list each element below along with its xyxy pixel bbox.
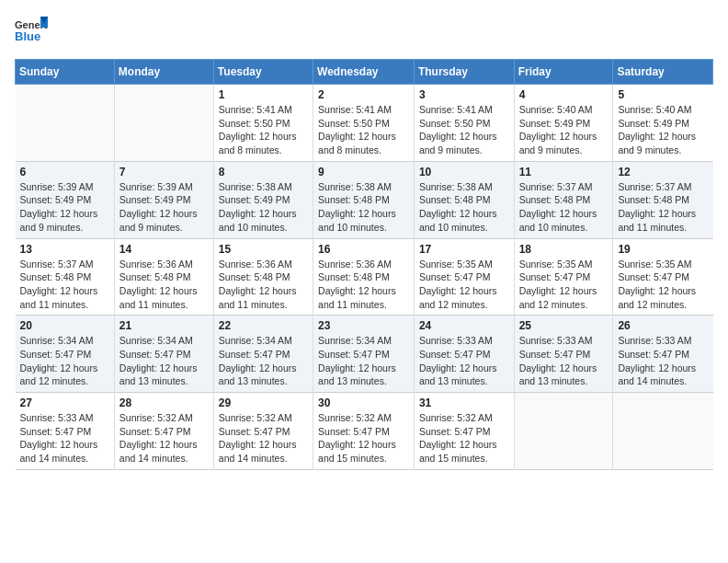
day-info: Sunrise: 5:41 AM Sunset: 5:50 PM Dayligh… — [419, 103, 509, 157]
header-row: SundayMondayTuesdayWednesdayThursdayFrid… — [16, 60, 713, 85]
day-cell: 1Sunrise: 5:41 AM Sunset: 5:50 PM Daylig… — [213, 85, 313, 162]
day-info: Sunrise: 5:36 AM Sunset: 5:48 PM Dayligh… — [318, 258, 409, 312]
day-info: Sunrise: 5:40 AM Sunset: 5:49 PM Dayligh… — [519, 103, 609, 157]
header-wednesday: Wednesday — [313, 60, 415, 85]
day-info: Sunrise: 5:35 AM Sunset: 5:47 PM Dayligh… — [618, 258, 708, 312]
page-header: General Blue — [15, 15, 713, 48]
day-cell: 26Sunrise: 5:33 AM Sunset: 5:47 PM Dayli… — [613, 316, 713, 393]
day-info: Sunrise: 5:41 AM Sunset: 5:50 PM Dayligh… — [318, 103, 409, 157]
logo-svg: General Blue — [15, 15, 48, 48]
day-info: Sunrise: 5:39 AM Sunset: 5:49 PM Dayligh… — [119, 180, 209, 235]
day-info: Sunrise: 5:41 AM Sunset: 5:50 PM Dayligh… — [219, 103, 308, 157]
week-row-1: 6Sunrise: 5:39 AM Sunset: 5:49 PM Daylig… — [16, 161, 713, 238]
day-info: Sunrise: 5:33 AM Sunset: 5:47 PM Dayligh… — [20, 411, 109, 465]
day-number: 26 — [618, 319, 708, 332]
day-number: 9 — [318, 166, 409, 178]
day-number: 4 — [519, 88, 609, 101]
day-info: Sunrise: 5:36 AM Sunset: 5:48 PM Dayligh… — [219, 258, 308, 312]
day-cell: 5Sunrise: 5:40 AM Sunset: 5:49 PM Daylig… — [613, 85, 713, 162]
day-info: Sunrise: 5:32 AM Sunset: 5:47 PM Dayligh… — [419, 411, 509, 465]
day-info: Sunrise: 5:38 AM Sunset: 5:49 PM Dayligh… — [219, 180, 308, 235]
day-cell: 6Sunrise: 5:39 AM Sunset: 5:49 PM Daylig… — [16, 161, 115, 238]
day-info: Sunrise: 5:32 AM Sunset: 5:47 PM Dayligh… — [119, 411, 209, 465]
header-tuesday: Tuesday — [213, 60, 313, 85]
week-row-2: 13Sunrise: 5:37 AM Sunset: 5:48 PM Dayli… — [16, 238, 713, 316]
day-number: 2 — [318, 88, 409, 101]
week-row-4: 27Sunrise: 5:33 AM Sunset: 5:47 PM Dayli… — [16, 393, 713, 470]
day-number: 27 — [20, 396, 109, 409]
header-saturday: Saturday — [613, 60, 713, 85]
day-info: Sunrise: 5:34 AM Sunset: 5:47 PM Dayligh… — [20, 334, 109, 388]
day-number: 21 — [119, 319, 209, 332]
day-cell: 4Sunrise: 5:40 AM Sunset: 5:49 PM Daylig… — [514, 85, 613, 162]
day-info: Sunrise: 5:34 AM Sunset: 5:47 PM Dayligh… — [219, 334, 308, 388]
header-thursday: Thursday — [414, 60, 514, 85]
day-cell: 2Sunrise: 5:41 AM Sunset: 5:50 PM Daylig… — [313, 85, 415, 162]
day-cell — [16, 85, 115, 162]
day-cell: 3Sunrise: 5:41 AM Sunset: 5:50 PM Daylig… — [414, 85, 514, 162]
day-number: 1 — [219, 88, 308, 101]
week-row-3: 20Sunrise: 5:34 AM Sunset: 5:47 PM Dayli… — [16, 316, 713, 393]
day-cell: 7Sunrise: 5:39 AM Sunset: 5:49 PM Daylig… — [114, 161, 213, 238]
day-number: 10 — [419, 166, 509, 178]
day-cell — [613, 393, 713, 470]
day-number: 24 — [419, 319, 509, 332]
day-info: Sunrise: 5:39 AM Sunset: 5:49 PM Dayligh… — [20, 180, 109, 235]
day-info: Sunrise: 5:35 AM Sunset: 5:47 PM Dayligh… — [519, 258, 609, 312]
logo: General Blue — [15, 15, 48, 48]
day-number: 31 — [419, 396, 509, 409]
day-number: 12 — [618, 166, 708, 178]
day-number: 15 — [219, 243, 308, 256]
day-number: 19 — [618, 243, 708, 256]
day-info: Sunrise: 5:33 AM Sunset: 5:47 PM Dayligh… — [618, 334, 708, 388]
day-cell: 27Sunrise: 5:33 AM Sunset: 5:47 PM Dayli… — [16, 393, 115, 470]
day-number: 29 — [219, 396, 308, 409]
day-number: 5 — [618, 88, 708, 101]
day-cell: 25Sunrise: 5:33 AM Sunset: 5:47 PM Dayli… — [514, 316, 613, 393]
day-number: 22 — [219, 319, 308, 332]
day-cell — [114, 85, 213, 162]
day-info: Sunrise: 5:36 AM Sunset: 5:48 PM Dayligh… — [119, 258, 209, 312]
day-cell: 9Sunrise: 5:38 AM Sunset: 5:48 PM Daylig… — [313, 161, 415, 238]
day-number: 8 — [219, 166, 308, 178]
day-cell: 20Sunrise: 5:34 AM Sunset: 5:47 PM Dayli… — [16, 316, 115, 393]
day-number: 18 — [519, 243, 609, 256]
day-number: 11 — [519, 166, 609, 178]
day-cell: 13Sunrise: 5:37 AM Sunset: 5:48 PM Dayli… — [16, 238, 115, 316]
day-number: 6 — [20, 166, 109, 178]
logo-container: General Blue — [15, 15, 48, 48]
day-cell: 15Sunrise: 5:36 AM Sunset: 5:48 PM Dayli… — [213, 238, 313, 316]
day-info: Sunrise: 5:34 AM Sunset: 5:47 PM Dayligh… — [119, 334, 209, 388]
day-cell — [514, 393, 613, 470]
day-cell: 31Sunrise: 5:32 AM Sunset: 5:47 PM Dayli… — [414, 393, 514, 470]
day-cell: 22Sunrise: 5:34 AM Sunset: 5:47 PM Dayli… — [213, 316, 313, 393]
day-cell: 10Sunrise: 5:38 AM Sunset: 5:48 PM Dayli… — [414, 161, 514, 238]
day-cell: 8Sunrise: 5:38 AM Sunset: 5:49 PM Daylig… — [213, 161, 313, 238]
day-info: Sunrise: 5:32 AM Sunset: 5:47 PM Dayligh… — [318, 411, 409, 465]
day-number: 28 — [119, 396, 209, 409]
day-cell: 19Sunrise: 5:35 AM Sunset: 5:47 PM Dayli… — [613, 238, 713, 316]
day-number: 16 — [318, 243, 409, 256]
day-cell: 30Sunrise: 5:32 AM Sunset: 5:47 PM Dayli… — [313, 393, 415, 470]
day-number: 3 — [419, 88, 509, 101]
day-cell: 17Sunrise: 5:35 AM Sunset: 5:47 PM Dayli… — [414, 238, 514, 316]
day-info: Sunrise: 5:32 AM Sunset: 5:47 PM Dayligh… — [219, 411, 308, 465]
day-cell: 11Sunrise: 5:37 AM Sunset: 5:48 PM Dayli… — [514, 161, 613, 238]
day-info: Sunrise: 5:37 AM Sunset: 5:48 PM Dayligh… — [618, 180, 708, 235]
day-info: Sunrise: 5:35 AM Sunset: 5:47 PM Dayligh… — [419, 258, 509, 312]
day-info: Sunrise: 5:40 AM Sunset: 5:49 PM Dayligh… — [618, 103, 708, 157]
day-number: 25 — [519, 319, 609, 332]
day-cell: 18Sunrise: 5:35 AM Sunset: 5:47 PM Dayli… — [514, 238, 613, 316]
day-cell: 28Sunrise: 5:32 AM Sunset: 5:47 PM Dayli… — [114, 393, 213, 470]
day-number: 13 — [20, 243, 109, 256]
day-number: 17 — [419, 243, 509, 256]
day-info: Sunrise: 5:37 AM Sunset: 5:48 PM Dayligh… — [519, 180, 609, 235]
day-cell: 23Sunrise: 5:34 AM Sunset: 5:47 PM Dayli… — [313, 316, 415, 393]
day-info: Sunrise: 5:34 AM Sunset: 5:47 PM Dayligh… — [318, 334, 409, 388]
day-cell: 24Sunrise: 5:33 AM Sunset: 5:47 PM Dayli… — [414, 316, 514, 393]
day-number: 7 — [119, 166, 209, 178]
day-info: Sunrise: 5:33 AM Sunset: 5:47 PM Dayligh… — [419, 334, 509, 388]
day-number: 14 — [119, 243, 209, 256]
day-info: Sunrise: 5:38 AM Sunset: 5:48 PM Dayligh… — [318, 180, 409, 235]
svg-text:Blue: Blue — [15, 29, 40, 43]
